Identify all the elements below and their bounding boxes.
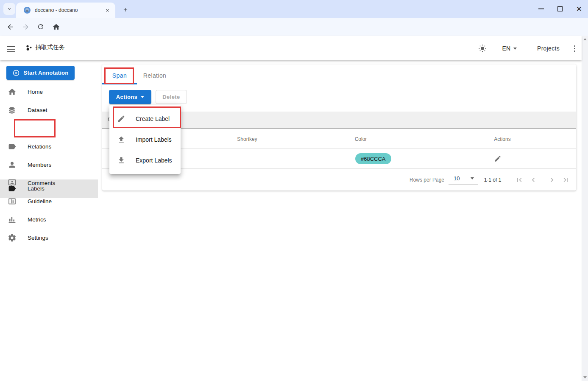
tab-title: doccano - doccano	[35, 7, 103, 13]
sidebar-item-label: Guideline	[28, 198, 52, 205]
sidebar: Start Annotation Home Dataset Labels Rel…	[0, 60, 98, 381]
column-header-actions: Actions	[494, 129, 510, 149]
start-annotation-label: Start Annotation	[23, 70, 68, 76]
home-icon	[7, 87, 17, 97]
app-menu-icon[interactable]	[574, 45, 575, 52]
last-page-button[interactable]	[561, 175, 571, 185]
chevron-down-icon	[141, 96, 144, 98]
sidebar-item-label: Members	[28, 162, 51, 168]
menu-item-label: Import Labels	[136, 136, 172, 143]
browser-window: doccano - doccano ✕	[0, 0, 588, 381]
window-close-button[interactable]: ✕	[576, 6, 582, 13]
chevron-down-icon	[513, 48, 517, 50]
database-icon	[7, 105, 17, 115]
actions-button[interactable]: Actions	[109, 90, 151, 104]
menu-item-import-labels[interactable]: Import Labels	[109, 129, 181, 150]
column-header-color: Color	[355, 129, 367, 149]
prev-page-button[interactable]	[529, 175, 538, 185]
window-minimize-button[interactable]	[538, 8, 544, 9]
sidebar-item-label: Relations	[28, 143, 51, 150]
sidebar-item-label: Settings	[28, 235, 48, 241]
bar-chart-icon	[7, 215, 17, 225]
menu-item-label: Create Label	[136, 115, 170, 122]
window-maximize-button[interactable]	[557, 6, 563, 11]
language-selector[interactable]: EN	[502, 45, 517, 52]
project-name: 抽取式任务	[35, 44, 65, 51]
person-icon	[7, 160, 17, 170]
sidebar-item-label: Metrics	[28, 216, 46, 223]
tab-close-icon[interactable]	[103, 6, 111, 14]
menu-item-create-label[interactable]: Create Label	[109, 108, 181, 129]
sidebar-item-settings[interactable]: Settings	[0, 229, 98, 247]
sidebar-item-label: Dataset	[28, 107, 47, 113]
actions-dropdown-menu: Create Label Import Labels Export Labels	[109, 105, 181, 174]
sidebar-item-label: Comments	[28, 180, 55, 186]
sidebar-item-guideline[interactable]: Guideline	[0, 192, 98, 210]
back-button[interactable]	[5, 22, 15, 32]
tab-search-button[interactable]	[3, 3, 15, 15]
sidebar-item-comments[interactable]: Comments	[0, 174, 98, 192]
sidebar-item-label: Home	[28, 89, 43, 95]
hamburger-menu-icon[interactable]	[6, 44, 16, 54]
active-tab-underline	[102, 83, 137, 84]
start-annotation-button[interactable]: Start Annotation	[6, 66, 75, 80]
sidebar-item-dataset[interactable]: Dataset	[0, 101, 98, 119]
sidebar-item-relations[interactable]: Relations	[0, 137, 98, 156]
scroll-up-arrow[interactable]	[583, 38, 587, 40]
browser-toolbar: localhost:8000/projects/2/labels J	[0, 18, 588, 36]
menu-item-label: Export Labels	[136, 157, 172, 164]
play-circle-icon	[12, 69, 20, 77]
edit-pencil-icon[interactable]	[494, 155, 502, 163]
rows-per-page-value: 10	[454, 175, 460, 182]
menu-item-export-labels[interactable]: Export Labels	[109, 150, 181, 171]
project-type-icon	[25, 44, 33, 51]
doccano-favicon	[24, 7, 31, 14]
gear-icon	[7, 233, 17, 243]
new-tab-button[interactable]	[120, 5, 131, 15]
scroll-down-arrow[interactable]	[583, 376, 587, 378]
project-title: 抽取式任务	[25, 44, 65, 51]
next-page-button[interactable]	[547, 175, 557, 185]
download-icon	[116, 155, 126, 165]
label-variant-icon	[7, 142, 17, 152]
reload-button[interactable]	[36, 22, 46, 32]
column-header-shortkey: Shortkey	[237, 129, 257, 149]
first-page-button[interactable]	[515, 175, 524, 185]
delete-button[interactable]: Delete	[156, 90, 187, 104]
tab-span[interactable]: Span	[102, 68, 137, 83]
rows-per-page-label: Rows per Page	[410, 177, 444, 183]
actions-button-label: Actions	[116, 94, 137, 100]
upload-icon	[116, 134, 126, 145]
page-scrollbar[interactable]	[582, 36, 588, 381]
pagination-range: 1-1 of 1	[484, 177, 502, 183]
chevron-down-icon	[471, 177, 474, 179]
pencil-icon	[116, 114, 126, 124]
forward-button[interactable]	[20, 22, 31, 32]
comment-account-icon	[7, 178, 17, 188]
sidebar-item-home[interactable]: Home	[0, 83, 98, 101]
rows-per-page-select[interactable]: 10	[449, 172, 478, 185]
tab-relation[interactable]: Relation	[137, 68, 173, 83]
browser-tab[interactable]: doccano - doccano	[16, 3, 115, 18]
theme-toggle-icon[interactable]	[478, 44, 487, 53]
chevron-down-icon	[7, 6, 12, 11]
color-chip: #68CCCA	[355, 153, 391, 164]
sidebar-item-metrics[interactable]: Metrics	[0, 210, 98, 229]
guideline-book-icon	[7, 196, 17, 207]
browser-tabstrip: doccano - doccano ✕	[0, 0, 588, 18]
delete-button-label: Delete	[162, 94, 180, 100]
sidebar-item-members[interactable]: Members	[0, 156, 98, 174]
language-value: EN	[502, 45, 510, 52]
home-button[interactable]	[51, 22, 61, 32]
projects-link[interactable]: Projects	[537, 45, 560, 52]
